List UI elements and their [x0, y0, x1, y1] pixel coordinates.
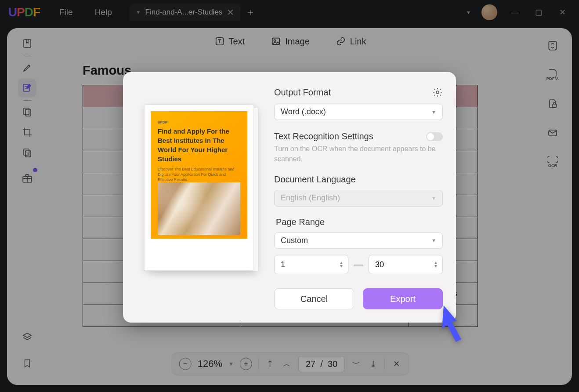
page-range-select[interactable]: Custom ▼ — [274, 232, 443, 249]
cancel-button[interactable]: Cancel — [274, 288, 354, 309]
chevron-down-icon: ▼ — [431, 238, 436, 243]
export-modal: UPDF Find and Apply For the Best Institu… — [123, 72, 456, 323]
chevron-down-icon: ▼ — [431, 109, 436, 115]
output-format-label: Output Format — [274, 87, 331, 98]
ocr-label: Text Recognition Settings — [274, 131, 373, 142]
stepper-down-icon[interactable]: ▼ — [434, 265, 438, 268]
range-separator: — — [354, 259, 363, 270]
ocr-toggle[interactable] — [426, 132, 443, 141]
range-to-input[interactable]: 30 ▲▼ — [369, 255, 443, 274]
annotation-cursor-arrow-icon — [439, 303, 474, 343]
chevron-down-icon: ▼ — [431, 196, 436, 201]
export-button[interactable]: Export — [363, 288, 443, 309]
stepper-down-icon[interactable]: ▼ — [339, 265, 344, 268]
range-from-input[interactable]: 1 ▲▼ — [274, 255, 348, 274]
language-label: Document Language — [274, 174, 443, 185]
preview-thumbnail: UPDF Find and Apply For the Best Institu… — [138, 105, 261, 280]
language-select[interactable]: English (English) ▼ — [274, 190, 443, 206]
svg-point-13 — [436, 91, 439, 94]
output-settings-gear-icon[interactable] — [432, 87, 443, 98]
ocr-help-text: Turn on the OCR when the document appear… — [274, 144, 443, 164]
output-format-select[interactable]: Word (.docx) ▼ — [274, 104, 443, 120]
range-label: Page Range — [274, 217, 443, 227]
